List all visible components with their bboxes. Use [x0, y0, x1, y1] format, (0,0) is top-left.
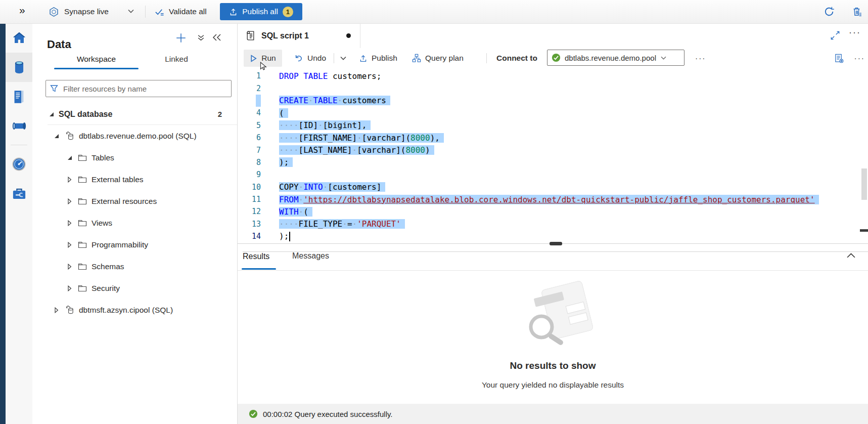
- publish-all-button[interactable]: Publish all 1: [220, 3, 302, 20]
- undo-button[interactable]: Undo: [294, 48, 326, 68]
- tree-item-label: Schemas: [92, 262, 124, 271]
- expand-sidebar-button[interactable]: »: [19, 4, 25, 16]
- data-cylinder-icon: [12, 60, 26, 75]
- refresh-icon[interactable]: [824, 6, 835, 17]
- tree-item-sql-database[interactable]: SQL database2: [32, 103, 237, 125]
- tab-more-actions[interactable]: ···: [849, 27, 861, 38]
- code-line-13[interactable]: 13····FILE_TYPE·=·'PARQUET': [238, 218, 868, 230]
- tab-messages[interactable]: Messages: [292, 251, 329, 261]
- toolbar-more-actions[interactable]: ···: [695, 48, 706, 68]
- properties-icon[interactable]: [834, 48, 844, 68]
- code-line-12[interactable]: 12WITH·(: [238, 205, 868, 218]
- home-icon: [12, 30, 27, 46]
- tree-item-label: External tables: [92, 175, 144, 184]
- undo-icon: [294, 54, 303, 63]
- tree-item-dbtlabs-revenue-demo-pool-sql[interactable]: dbtlabs.revenue.demo.pool (SQL): [32, 125, 237, 147]
- tree-item-external-resources[interactable]: External resources: [32, 190, 237, 212]
- publish-button[interactable]: Publish: [359, 48, 397, 68]
- tree-expanded-icon[interactable]: [48, 112, 56, 117]
- code-text: );: [279, 231, 290, 241]
- code-line-3[interactable]: 3CREATE·TABLE·customers: [238, 95, 868, 107]
- tree-collapsed-icon[interactable]: [66, 242, 74, 248]
- publish-count-badge: 1: [283, 7, 293, 17]
- tree-collapsed-icon[interactable]: [66, 285, 74, 291]
- double-chevron-down-icon[interactable]: [197, 33, 205, 42]
- top-bar: » Synapse live Validate all Publish all …: [0, 0, 868, 24]
- sidebar-item-integrate[interactable]: [6, 111, 32, 141]
- folder-icon: [78, 154, 87, 161]
- toolbar-overflow-actions[interactable]: ···: [854, 48, 865, 68]
- folder-icon: [78, 197, 87, 205]
- code-text: CREATE·TABLE·customers: [279, 96, 390, 105]
- upload-icon: [229, 8, 238, 16]
- tree-item-tables[interactable]: Tables: [32, 147, 237, 168]
- code-text: ····[ID]·[bigint],: [279, 120, 371, 130]
- tree-item-dbtmsft-azsyn-cipool-sql[interactable]: dbtmsft.azsyn.cipool (SQL): [32, 299, 237, 321]
- code-text: WITH·(: [279, 207, 312, 217]
- sidebar-item-manage[interactable]: [6, 179, 32, 208]
- tab-linked[interactable]: Linked: [149, 55, 204, 64]
- tree-item-views[interactable]: Views: [32, 212, 237, 234]
- code-line-10[interactable]: 10COPY·INTO·[customers]: [238, 181, 868, 193]
- discard-trash-icon[interactable]: [852, 6, 863, 17]
- tree-expanded-icon[interactable]: [53, 134, 61, 139]
- query-plan-icon: [412, 54, 421, 63]
- tree-collapsed-icon[interactable]: [53, 307, 61, 313]
- chevron-down-icon: [660, 56, 667, 60]
- code-text: ····FILE_TYPE·=·'PARQUET': [279, 219, 405, 229]
- connect-to-label: Connect to: [496, 48, 537, 68]
- query-plan-button[interactable]: Query plan: [412, 48, 464, 68]
- sidebar-item-develop[interactable]: [6, 82, 32, 111]
- tab-results[interactable]: Results: [243, 251, 868, 270]
- folder-icon: [78, 219, 87, 227]
- tree-item-external-tables[interactable]: External tables: [32, 168, 237, 190]
- line-number: 5: [238, 121, 261, 130]
- tree-collapsed-icon[interactable]: [66, 198, 74, 204]
- sql-editor[interactable]: 1DROP TABLE customers;23CREATE·TABLE·cus…: [238, 68, 868, 243]
- tree-collapsed-icon[interactable]: [66, 220, 74, 226]
- expand-editor-icon[interactable]: [831, 31, 840, 40]
- code-line-6[interactable]: 6····[FIRST_NAME]·[varchar](8000),: [238, 132, 868, 144]
- tree-collapsed-icon[interactable]: [66, 264, 74, 270]
- data-panel-tabs: Workspace Linked: [32, 53, 237, 72]
- tree-collapsed-icon[interactable]: [66, 177, 74, 183]
- tree-item-security[interactable]: Security: [32, 277, 237, 299]
- line-number: 7: [238, 146, 261, 155]
- tab-workspace[interactable]: Workspace: [54, 55, 139, 64]
- collapse-panel-icon[interactable]: [212, 33, 221, 41]
- editor-scrollbar-thumb[interactable]: [861, 168, 867, 200]
- mouse-cursor: [260, 62, 267, 71]
- pool-dropdown[interactable]: dbtlabs.revenue.demo.pool: [547, 50, 684, 66]
- chevron-down-icon[interactable]: [127, 9, 134, 14]
- code-line-9[interactable]: 9: [238, 168, 868, 181]
- code-line-8[interactable]: 8);: [238, 156, 868, 168]
- code-line-4[interactable]: 4(: [238, 107, 868, 119]
- panel-splitter-handle[interactable]: [550, 242, 562, 245]
- code-line-5[interactable]: 5····[ID]·[bigint],: [238, 119, 868, 132]
- code-line-11[interactable]: 11FROM·'https://dbtlabsynapsedatalake.bl…: [238, 193, 868, 205]
- code-line-1[interactable]: 1DROP TABLE customers;: [238, 70, 868, 82]
- tree-item-programmability[interactable]: Programmability: [32, 234, 237, 256]
- add-resource-button[interactable]: [175, 32, 187, 44]
- collapse-results-chevron-icon[interactable]: [846, 252, 856, 259]
- tree-item-schemas[interactable]: Schemas: [32, 256, 237, 277]
- sidebar-item-home[interactable]: [6, 23, 32, 53]
- run-options-chevron-icon[interactable]: [340, 48, 347, 68]
- filter-input[interactable]: [62, 84, 227, 94]
- tree-expanded-icon[interactable]: [66, 155, 74, 160]
- top-bar-divider: [145, 6, 146, 18]
- line-number: 4: [238, 108, 261, 117]
- validate-all-button[interactable]: Validate all: [155, 0, 207, 23]
- manage-toolbox-icon: [12, 187, 27, 200]
- tree-item-label: Tables: [92, 153, 114, 162]
- synapse-live-selector[interactable]: Synapse live: [49, 0, 109, 23]
- tab-sql-script-1[interactable]: SQL script 1: [238, 23, 360, 48]
- sidebar-item-monitor[interactable]: [6, 149, 32, 179]
- results-panel: Results Messages: [238, 243, 868, 424]
- code-line-2[interactable]: 2: [238, 82, 868, 94]
- query-status-text: 00:00:02 Query executed successfully.: [263, 410, 393, 418]
- sidebar-item-data[interactable]: [6, 53, 32, 82]
- editor-toolbar: Run Undo Publish: [238, 48, 868, 69]
- code-line-14[interactable]: 14);: [238, 230, 868, 242]
- code-line-7[interactable]: 7····[LAST_NAME]·[varchar](8000): [238, 144, 868, 156]
